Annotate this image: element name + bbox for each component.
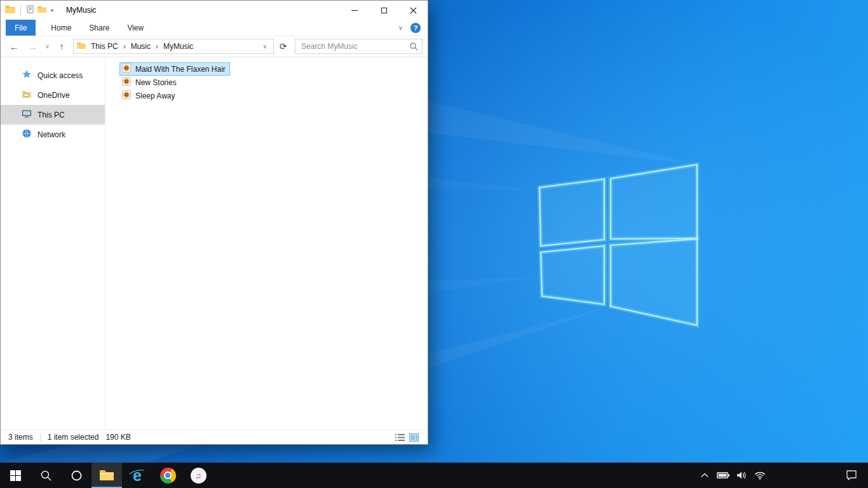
globe-icon [22,128,32,140]
address-dropdown-chevron[interactable]: ∨ [259,43,270,50]
maximize-button[interactable] [369,1,398,20]
speaker-icon [736,471,747,480]
address-folder-icon [77,42,86,51]
file-name: Maid With The Flaxen Hair [135,65,226,74]
titlebar-separator [20,5,21,15]
show-hidden-icons-button[interactable] [697,463,712,488]
itunes-icon: ♫ [191,468,207,484]
breadcrumb-this-pc[interactable]: This PC [86,42,123,51]
file-explorer-icon [99,469,114,482]
chrome-icon [160,468,176,484]
file-name: New Stories [135,78,177,87]
refresh-button[interactable]: ⟳ [275,39,291,54]
large-icons-view-button[interactable] [409,433,419,442]
taskbar-chrome-button[interactable] [153,463,183,488]
breadcrumb-separator: › [156,42,158,51]
sidebar-item-label: Network [37,130,65,139]
search-input[interactable] [295,39,422,53]
breadcrumb-music[interactable]: Music [126,42,155,51]
tab-home[interactable]: Home [42,20,80,36]
tab-share[interactable]: Share [80,20,118,36]
titlebar[interactable]: ▾ MyMusic [1,1,428,20]
qat-properties-icon[interactable] [26,5,34,15]
sidebar-item-label: OneDrive [37,91,70,100]
status-separator [40,433,41,442]
music-file-icon [121,63,132,75]
music-file-icon [121,76,132,88]
search-box [295,39,423,54]
taskbar-internet-explorer-button[interactable]: e [122,463,153,488]
selection-size: 190 KB [105,433,130,442]
status-bar: 3 items 1 item selected 190 KB [1,430,428,444]
selection-count: 1 item selected [48,433,99,442]
battery-status-button[interactable] [715,463,731,488]
ribbon-tab-row: File Home Share View ∨ ? [1,20,428,36]
cortana-icon [71,470,83,482]
tab-file[interactable]: File [6,20,36,36]
search-icon [40,470,52,482]
sidebar-item-onedrive[interactable]: OneDrive [1,85,105,105]
qat-customize-chevron[interactable]: ▾ [50,8,55,13]
file-row[interactable]: New Stories [119,76,181,89]
file-name: Sleep Away [135,92,175,100]
address-bar[interactable]: This PC › Music › MyMusic ∨ [73,39,274,54]
search-icon[interactable] [409,42,418,51]
wifi-icon [754,471,766,480]
sidebar-item-this-pc[interactable]: This PC [1,105,105,125]
help-button[interactable]: ? [410,23,421,33]
sidebar-item-quick-access[interactable]: Quick access [1,65,105,85]
sidebar-item-label: Quick access [37,71,83,80]
onedrive-folder-icon [22,89,32,101]
minimize-button[interactable] [340,1,369,20]
qat-new-folder-icon[interactable] [37,6,46,15]
address-bar-row: ← → ∨ ↑ This PC › Music › MyMusic ∨ ⟳ [1,36,428,57]
action-center-icon [846,470,857,480]
sidebar-item-label: This PC [37,111,65,119]
recent-locations-chevron[interactable]: ∨ [43,39,52,54]
cortana-button[interactable] [61,463,92,488]
music-file-icon [121,90,132,102]
breadcrumb-mymusic[interactable]: MyMusic [159,42,198,51]
file-row[interactable]: Sleep Away [119,89,180,102]
up-button[interactable]: ↑ [53,39,70,54]
battery-icon [717,471,729,479]
explorer-window: ▾ MyMusic File Home Share View ∨ ? ← → ∨… [0,0,428,445]
items-count: 3 items [8,433,33,442]
taskbar-search-button[interactable] [31,463,61,488]
forward-button[interactable]: → [24,39,41,54]
taskbar-file-explorer-button[interactable] [92,463,122,488]
star-icon [22,69,32,81]
window-controls [340,1,428,20]
internet-explorer-icon: e [129,467,146,484]
navigation-pane: Quick access OneDrive This PC Network [1,57,105,430]
chevron-up-icon [701,473,709,478]
taskbar-itunes-button[interactable]: ♫ [183,463,214,488]
explorer-app-icon [5,5,15,16]
breadcrumb-separator: › [123,42,126,51]
sidebar-item-network[interactable]: Network [1,125,105,144]
windows-logo-icon [10,470,21,481]
tab-view[interactable]: View [118,20,153,36]
taskbar: e ♫ [0,463,868,488]
window-title: MyMusic [66,6,96,15]
action-center-button[interactable] [838,463,865,488]
file-row[interactable]: Maid With The Flaxen Hair [119,62,230,76]
maximize-icon [381,8,387,13]
back-button[interactable]: ← [6,39,23,54]
file-list[interactable]: Maid With The Flaxen Hair New Stories Sl… [105,57,428,430]
monitor-icon [22,109,32,121]
close-button[interactable] [398,1,428,20]
details-view-button[interactable] [395,433,405,442]
minimize-icon [351,10,358,11]
volume-button[interactable] [734,463,749,488]
start-button[interactable] [0,463,31,488]
ribbon-collapse-chevron[interactable]: ∨ [398,24,403,31]
close-icon [410,7,417,14]
system-tray [697,463,768,488]
network-button[interactable] [752,463,768,488]
